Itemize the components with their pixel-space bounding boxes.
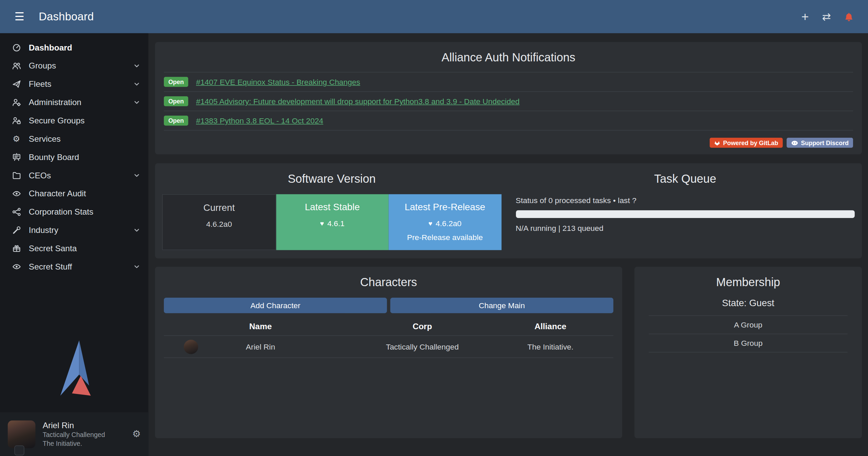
software-version-title: Software Version xyxy=(162,172,501,185)
software-version-panels: Current 4.6.2a0 Latest Stable ♥ 4.6.1 La… xyxy=(162,194,501,250)
chevron-down-icon xyxy=(133,226,141,234)
notification-bell-icon[interactable] xyxy=(844,12,854,21)
task-queue-title: Task Queue xyxy=(516,172,855,185)
list-item: B Group xyxy=(649,334,848,353)
task-queue-counts: N/A running | 213 queued xyxy=(516,224,855,233)
sidebar-item-character-audit[interactable]: Character Audit xyxy=(0,184,148,202)
membership-card: Membership State: Guest A Group B Group xyxy=(634,267,862,438)
layout: Dashboard Groups Fleets xyxy=(0,33,868,456)
sidebar-item-label: Secret Santa xyxy=(29,243,141,253)
page-title: Dashboard xyxy=(39,10,94,23)
latest-stable-panel: Latest Stable ♥ 4.6.1 xyxy=(276,194,389,250)
sidebar: Dashboard Groups Fleets xyxy=(0,33,148,456)
notification-link[interactable]: #1383 Python 3.8 EOL - 14 Oct 2024 xyxy=(196,116,323,125)
task-queue-progress-bar xyxy=(516,211,855,218)
table-row: Ariel Rin Tactically Challenged The Init… xyxy=(164,336,613,358)
sidebar-item-groups[interactable]: Groups xyxy=(0,56,148,75)
notification-row: Open #1405 Advisory: Future development … xyxy=(164,92,853,111)
latest-stable-version-text: 4.6.1 xyxy=(327,219,345,228)
gitlab-badge[interactable]: Powered by GitLab xyxy=(710,138,783,148)
latest-prerelease-panel: Latest Pre-Release ♥ 4.6.2a0 Pre-Release… xyxy=(389,194,501,250)
sidebar-item-ceos[interactable]: CEOs xyxy=(0,166,148,184)
sidebar-item-industry[interactable]: Industry xyxy=(0,221,148,239)
notification-row: Open #1407 EVE Equinox Status - Breaking… xyxy=(164,73,853,92)
character-corp: Tactically Challenged xyxy=(357,336,487,358)
notification-link[interactable]: #1407 EVE Equinox Status - Breaking Chan… xyxy=(196,78,360,86)
settings-gear-icon[interactable]: ⚙ xyxy=(132,429,141,439)
notifications-list: Open #1407 EVE Equinox Status - Breaking… xyxy=(164,72,853,131)
user-alliance: The Initiative. xyxy=(43,440,105,448)
sidebar-item-secure-groups[interactable]: Secure Groups xyxy=(0,111,148,130)
sidebar-item-fleets[interactable]: Fleets xyxy=(0,75,148,93)
discord-badge-label: Support Discord xyxy=(801,140,849,146)
sidebar-item-corporation-stats[interactable]: Corporation Stats xyxy=(0,202,148,221)
navbar-right: + ⇄ xyxy=(802,10,854,23)
page: ☰ Dashboard + ⇄ Dashboard xyxy=(0,0,868,456)
latest-stable-label: Latest Stable xyxy=(305,202,360,213)
chevron-down-icon xyxy=(133,171,141,179)
membership-title: Membership xyxy=(642,276,854,289)
sidebar-item-label: Bounty Board xyxy=(29,152,141,162)
gift-icon xyxy=(11,244,22,253)
task-queue-status: Status of 0 processed tasks • last ? xyxy=(516,196,855,205)
notifications-footer: Powered by GitLab Support Discord xyxy=(164,131,853,148)
eye-icon xyxy=(11,189,22,198)
status-badge: Open xyxy=(164,116,188,126)
notifications-card: Alliance Auth Notifications Open #1407 E… xyxy=(155,42,862,155)
main-content: Alliance Auth Notifications Open #1407 E… xyxy=(148,33,868,456)
sidebar-item-label: Services xyxy=(29,134,141,143)
notifications-title: Alliance Auth Notifications xyxy=(164,51,853,64)
shuffle-icon[interactable]: ⇄ xyxy=(822,11,831,22)
character-alliance: The Initiative. xyxy=(487,336,613,358)
sidebar-item-label: CEOs xyxy=(29,171,126,180)
current-label: Current xyxy=(204,203,235,214)
bottom-row: Characters Add Character Change Main Nam… xyxy=(155,267,862,438)
discord-icon xyxy=(791,140,798,146)
sidebar-item-bounty-board[interactable]: Bounty Board xyxy=(0,148,148,166)
billboard-icon xyxy=(11,153,22,161)
release-heart-icon: ♥ xyxy=(320,220,324,227)
characters-card: Characters Add Character Change Main Nam… xyxy=(155,267,622,438)
add-icon[interactable]: + xyxy=(802,10,809,23)
paper-plane-icon xyxy=(11,79,22,88)
users-lock-icon xyxy=(11,116,22,125)
sidebar-item-label: Corporation Stats xyxy=(29,207,141,216)
top-navbar: ☰ Dashboard + ⇄ xyxy=(0,0,868,33)
sidebar-nav: Dashboard Groups Fleets xyxy=(0,33,148,276)
sidebar-item-services[interactable]: ⚙ Services xyxy=(0,130,148,148)
wrench-icon xyxy=(11,225,22,234)
latest-prerelease-label: Latest Pre-Release xyxy=(405,202,485,213)
user-gear-icon xyxy=(11,98,22,106)
sidebar-item-administration[interactable]: Administration xyxy=(0,93,148,111)
sidebar-item-label: Groups xyxy=(29,61,126,71)
alliance-auth-logo xyxy=(0,339,148,412)
sidebar-item-secret-stuff[interactable]: Secret Stuff xyxy=(0,257,148,276)
sidebar-item-secret-santa[interactable]: Secret Santa xyxy=(0,239,148,257)
sidebar-item-label: Dashboard xyxy=(29,43,141,52)
status-badge: Open xyxy=(164,77,188,87)
discord-badge[interactable]: Support Discord xyxy=(787,138,853,148)
navbar-left: ☰ Dashboard xyxy=(14,10,94,23)
sidebar-item-label: Fleets xyxy=(29,79,126,88)
change-main-button[interactable]: Change Main xyxy=(390,298,614,314)
notification-row: Open #1383 Python 3.8 EOL - 14 Oct 2024 xyxy=(164,111,853,131)
sidebar-item-label: Administration xyxy=(29,97,126,107)
gitlab-icon xyxy=(714,140,720,146)
user-avatar xyxy=(8,420,36,448)
menu-icon[interactable]: ☰ xyxy=(14,11,24,22)
sidebar-item-dashboard[interactable]: Dashboard xyxy=(0,38,148,57)
membership-state: State: Guest xyxy=(642,298,854,309)
chevron-down-icon xyxy=(133,80,141,88)
current-version: 4.6.2a0 xyxy=(206,220,232,229)
characters-buttons: Add Character Change Main xyxy=(164,298,613,314)
chevron-down-icon xyxy=(133,62,141,70)
sidebar-item-label: Secure Groups xyxy=(29,116,141,125)
users-icon xyxy=(11,61,22,70)
add-character-button[interactable]: Add Character xyxy=(164,298,387,314)
corp-logo xyxy=(14,445,24,455)
software-version-section: Software Version Current 4.6.2a0 Latest … xyxy=(155,170,508,251)
share-nodes-icon xyxy=(11,207,22,216)
gitlab-badge-label: Powered by GitLab xyxy=(723,140,778,146)
gear-icon: ⚙ xyxy=(11,135,22,143)
notification-link[interactable]: #1405 Advisory: Future development will … xyxy=(196,97,520,106)
